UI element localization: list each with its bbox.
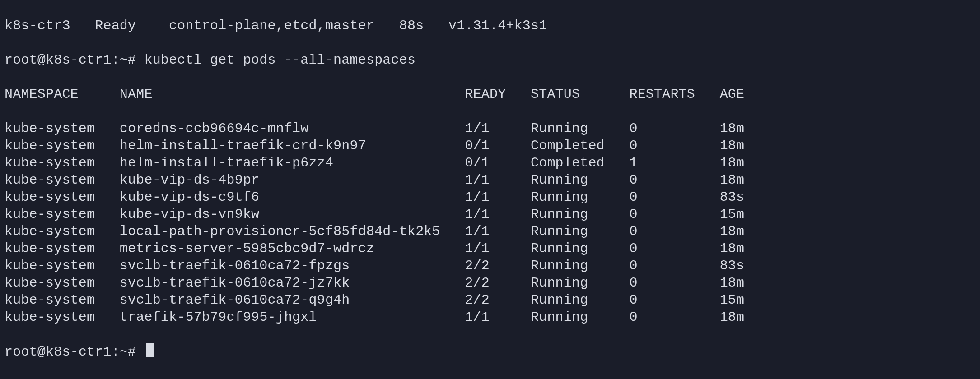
node-age: 88s — [399, 18, 448, 33]
col-name: NAME — [120, 87, 465, 102]
shell-prompt: root@k8s-ctr1:~# — [5, 52, 136, 68]
col-ready: READY — [465, 87, 531, 102]
node-version: v1.31.4+k3s1 — [448, 18, 547, 33]
prev-node-row: k8s-ctr3 Ready control-plane,etcd,master… — [5, 17, 975, 34]
node-status: Ready — [95, 18, 169, 33]
col-namespace: NAMESPACE — [5, 87, 120, 102]
prompt-line-1: root@k8s-ctr1:~# kubectl get pods --all-… — [5, 51, 975, 69]
terminal[interactable]: k8s-ctr3 Ready control-plane,etcd,master… — [0, 0, 980, 379]
pods-row: kube-system coredns-ccb96694c-mnflw 1/1 … — [5, 120, 975, 137]
shell-prompt: root@k8s-ctr1:~# — [5, 344, 136, 360]
col-age: AGE — [720, 87, 745, 102]
pods-row: kube-system svclb-traefik-0610ca72-jz7kk… — [5, 274, 975, 291]
cursor[interactable] — [146, 343, 154, 357]
col-restarts: RESTARTS — [629, 87, 719, 102]
pods-row: kube-system metrics-server-5985cbc9d7-wd… — [5, 240, 975, 257]
pods-row: kube-system helm-install-traefik-p6zz4 0… — [5, 154, 975, 171]
pods-row: kube-system kube-vip-ds-4b9pr 1/1 Runnin… — [5, 171, 975, 189]
col-status: STATUS — [531, 87, 629, 102]
pods-header-row: NAMESPACE NAME READY STATUS RESTARTS AGE — [5, 86, 975, 103]
pods-row: kube-system kube-vip-ds-vn9kw 1/1 Runnin… — [5, 206, 975, 223]
pods-row: kube-system svclb-traefik-0610ca72-fpzgs… — [5, 257, 975, 274]
pods-row: kube-system helm-install-traefik-crd-k9n… — [5, 137, 975, 154]
pods-row: kube-system kube-vip-ds-c9tf6 1/1 Runnin… — [5, 189, 975, 206]
node-name: k8s-ctr3 — [5, 18, 95, 33]
prompt-line-2[interactable]: root@k8s-ctr1:~# — [5, 343, 975, 361]
pods-row: kube-system svclb-traefik-0610ca72-q9g4h… — [5, 291, 975, 309]
node-roles: control-plane,etcd,master — [169, 18, 399, 33]
command-text: kubectl get pods --all-namespaces — [144, 52, 415, 68]
pods-row: kube-system local-path-provisioner-5cf85… — [5, 223, 975, 240]
pods-row: kube-system traefik-57b79cf995-jhgxl 1/1… — [5, 309, 975, 326]
